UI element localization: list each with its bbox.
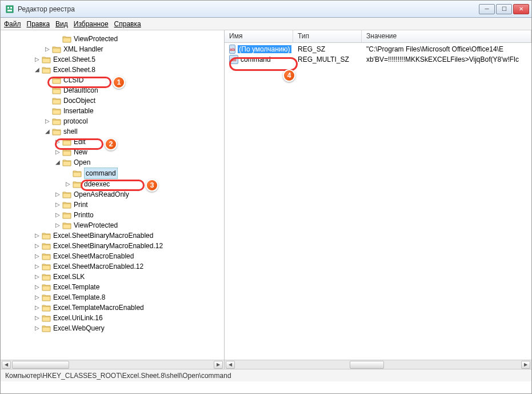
expand-toggle-icon[interactable]: ▷: [34, 251, 41, 261]
tree-item[interactable]: DocObject: [3, 95, 222, 106]
tree-label[interactable]: Printto: [74, 210, 94, 220]
registry-tree[interactable]: ViewProtected▷XML Handler▷Excel.Sheet.5◢…: [1, 30, 224, 360]
tree-label[interactable]: protocol: [63, 116, 88, 126]
tree-item[interactable]: ▷Excel.Template.8: [3, 292, 222, 303]
expand-toggle-icon[interactable]: ▷: [34, 292, 41, 303]
tree-label[interactable]: Excel.SheetMacroEnabled: [53, 251, 134, 261]
tree-label[interactable]: CLSID: [63, 75, 83, 85]
expand-toggle-icon[interactable]: ▷: [44, 44, 51, 54]
tree-label[interactable]: Insertable: [63, 106, 94, 116]
expand-toggle-icon[interactable]: ▷: [34, 54, 41, 65]
tree-label[interactable]: DocObject: [63, 95, 95, 106]
expand-toggle-icon[interactable]: ▷: [34, 313, 41, 323]
tree-label[interactable]: Open: [74, 157, 90, 168]
tree-item[interactable]: ViewProtected: [3, 34, 222, 44]
tree-item[interactable]: command: [3, 168, 222, 179]
tree-item[interactable]: ▷Excel.Sheet.5: [3, 54, 222, 65]
menu-edit[interactable]: Правка: [27, 20, 50, 28]
tree-item[interactable]: ▷ddeexec: [3, 179, 222, 189]
folder-icon: [42, 304, 51, 312]
expand-toggle-icon[interactable]: ▷: [44, 116, 51, 126]
tree-label[interactable]: Print: [74, 200, 88, 210]
menu-view[interactable]: Вид: [55, 20, 68, 28]
tree-label[interactable]: Excel.SheetMacroEnabled.12: [53, 261, 143, 272]
tree-item[interactable]: ▷Excel.TemplateMacroEnabled: [3, 303, 222, 313]
expand-toggle-icon[interactable]: ▷: [54, 137, 61, 147]
tree-label[interactable]: Excel.Template.8: [53, 292, 105, 303]
tree-item[interactable]: ▷Excel.SLK: [3, 272, 222, 282]
col-value[interactable]: Значение: [362, 30, 531, 42]
tree-label[interactable]: Excel.Template: [53, 282, 99, 292]
tree-item[interactable]: Insertable: [3, 106, 222, 116]
tree-item[interactable]: ▷OpenAsReadOnly: [3, 189, 222, 200]
menu-help[interactable]: Справка: [114, 20, 141, 28]
tree-item[interactable]: ◢Excel.Sheet.8: [3, 65, 222, 75]
tree-label[interactable]: DefaultIcon: [63, 85, 98, 95]
scroll-right-icon[interactable]: ▶: [214, 361, 223, 369]
menu-favorites[interactable]: Избранное: [74, 20, 109, 28]
tree-label[interactable]: XML Handler: [63, 44, 103, 54]
expand-toggle-icon[interactable]: ◢: [54, 157, 61, 168]
list-row[interactable]: ab(По умолчанию)REG_SZ"C:\Program Files\…: [225, 44, 531, 54]
expand-toggle-icon[interactable]: ◢: [44, 126, 51, 137]
expand-toggle-icon[interactable]: ▷: [54, 200, 61, 210]
minimize-button[interactable]: ─: [479, 4, 495, 14]
list-row[interactable]: abcommandREG_MULTI_SZxb'BV=!!!!!!!!!MKKS…: [225, 54, 531, 65]
expand-toggle-icon[interactable]: ▷: [34, 323, 41, 333]
expand-toggle-icon[interactable]: ▷: [65, 179, 71, 189]
tree-item[interactable]: ▷Excel.SheetBinaryMacroEnabled.12: [3, 241, 222, 251]
scroll-left-icon[interactable]: ◀: [2, 361, 11, 369]
tree-item[interactable]: ▷Excel.SheetBinaryMacroEnabled: [3, 230, 222, 241]
tree-item[interactable]: ▷Excel.WebQuery: [3, 323, 222, 333]
col-name[interactable]: Имя: [225, 30, 293, 42]
expand-toggle-icon[interactable]: ▷: [34, 303, 41, 313]
expand-toggle-icon[interactable]: ▷: [34, 230, 41, 241]
tree-label[interactable]: Excel.SheetBinaryMacroEnabled.12: [53, 241, 163, 251]
tree-label[interactable]: ViewProtected: [74, 220, 118, 230]
tree-label[interactable]: Excel.UriLink.16: [53, 313, 103, 323]
tree-item[interactable]: DefaultIcon: [3, 85, 222, 95]
expand-toggle-icon[interactable]: ▷: [34, 282, 41, 292]
tree-item[interactable]: ▷Excel.Template: [3, 282, 222, 292]
expand-toggle-icon[interactable]: ▷: [34, 261, 41, 272]
tree-item[interactable]: ▷Printto: [3, 210, 222, 220]
tree-item[interactable]: ▷protocol: [3, 116, 222, 126]
tree-label[interactable]: Edit: [74, 137, 86, 147]
tree-item[interactable]: ▷ViewProtected: [3, 220, 222, 230]
tree-label[interactable]: shell: [63, 126, 78, 137]
expand-toggle-icon[interactable]: ◢: [34, 65, 41, 75]
tree-label[interactable]: OpenAsReadOnly: [74, 189, 129, 200]
list-hscroll[interactable]: ◀ ▶: [225, 360, 531, 369]
maximize-button[interactable]: ☐: [496, 4, 512, 14]
close-button[interactable]: ✕: [513, 4, 529, 14]
expand-toggle-icon[interactable]: ▷: [54, 220, 61, 230]
tree-label[interactable]: New: [74, 147, 87, 157]
tree-label[interactable]: ViewProtected: [74, 34, 118, 44]
tree-item[interactable]: ▷XML Handler: [3, 44, 222, 54]
tree-item[interactable]: ▷Excel.SheetMacroEnabled.12: [3, 261, 222, 272]
expand-toggle-icon[interactable]: ▷: [34, 241, 41, 251]
list-body[interactable]: ab(По умолчанию)REG_SZ"C:\Program Files\…: [225, 43, 531, 360]
tree-item[interactable]: ▷Print: [3, 200, 222, 210]
tree-item[interactable]: ▷Excel.UriLink.16: [3, 313, 222, 323]
tree-label[interactable]: Excel.SheetBinaryMacroEnabled: [53, 230, 153, 241]
expand-toggle-icon[interactable]: ▷: [54, 189, 61, 200]
tree-item[interactable]: ◢shell: [3, 126, 222, 137]
tree-label[interactable]: command: [84, 168, 118, 179]
tree-label[interactable]: Excel.WebQuery: [53, 323, 105, 333]
tree-item[interactable]: ◢Open: [3, 157, 222, 168]
tree-label[interactable]: Excel.SLK: [53, 272, 85, 282]
expand-toggle-icon[interactable]: ▷: [54, 147, 61, 157]
tree-label[interactable]: ddeexec: [84, 179, 110, 189]
col-type[interactable]: Тип: [293, 30, 362, 42]
tree-label[interactable]: Excel.Sheet.5: [53, 54, 95, 65]
scroll-left-icon[interactable]: ◀: [226, 361, 235, 369]
tree-hscroll[interactable]: ◀ ▶: [1, 360, 224, 369]
tree-label[interactable]: Excel.TemplateMacroEnabled: [53, 303, 144, 313]
expand-toggle-icon[interactable]: ▷: [54, 210, 61, 220]
tree-item[interactable]: ▷Excel.SheetMacroEnabled: [3, 251, 222, 261]
tree-label[interactable]: Excel.Sheet.8: [53, 65, 95, 75]
scroll-right-icon[interactable]: ▶: [521, 361, 530, 369]
expand-toggle-icon[interactable]: ▷: [34, 272, 41, 282]
menu-file[interactable]: Файл: [4, 20, 21, 28]
